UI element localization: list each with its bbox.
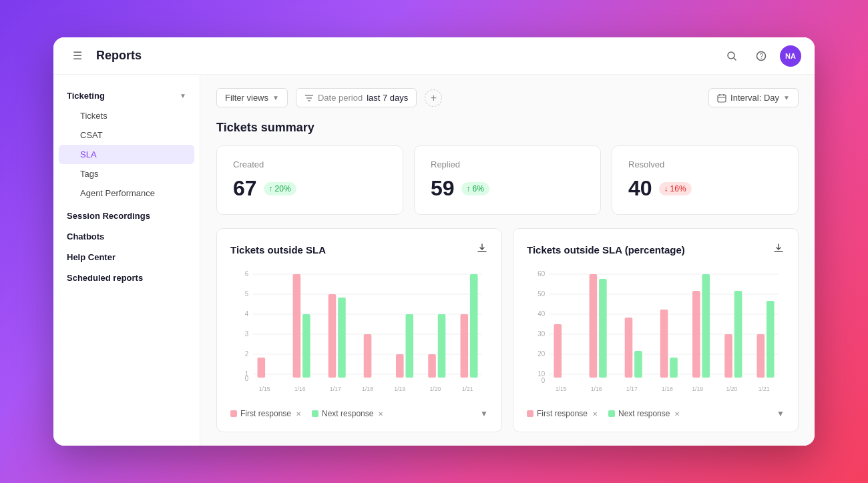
chart-expand-sla-pct[interactable]: ▼ <box>777 409 785 418</box>
interval-button[interactable]: Interval: Day ▼ <box>708 88 799 107</box>
card-replied-value: 59 <box>431 176 455 201</box>
svg-text:1/18: 1/18 <box>662 386 673 392</box>
arrow-up-icon-2: ↑ <box>467 184 471 193</box>
legend-first-label-sla-pct: First response <box>537 409 588 418</box>
card-resolved-value: 40 <box>628 176 652 201</box>
svg-line-1 <box>734 58 736 60</box>
card-created-value-row: 67 ↑ 20% <box>233 176 387 201</box>
card-replied-badge: ↑ 6% <box>461 182 489 195</box>
app-window: ☰ Reports ? NA Ticke <box>53 37 815 446</box>
svg-rect-65 <box>724 334 732 378</box>
svg-text:1/20: 1/20 <box>726 386 737 392</box>
download-icon-sla-pct[interactable] <box>773 242 785 257</box>
svg-rect-33 <box>438 314 446 378</box>
toolbar: Filter views ▼ Date period last 7 days + <box>216 88 799 107</box>
svg-text:1/15: 1/15 <box>556 386 567 392</box>
svg-text:1/16: 1/16 <box>591 386 602 392</box>
svg-text:4: 4 <box>245 310 249 318</box>
sidebar-ticketing-label: Ticketing <box>67 91 105 101</box>
filter-views-label: Filter views <box>225 93 268 103</box>
svg-rect-7 <box>718 95 726 102</box>
legend-next-label-sla: Next response <box>322 409 373 418</box>
legend-item-first-sla: First response ✕ <box>230 409 301 418</box>
svg-text:1/21: 1/21 <box>758 386 770 392</box>
svg-text:1/17: 1/17 <box>330 386 341 392</box>
card-replied-value-row: 59 ↑ 6% <box>431 176 584 201</box>
card-created-badge: ↑ 20% <box>264 182 296 195</box>
legend-first-label-sla: First response <box>240 409 291 418</box>
svg-text:1/15: 1/15 <box>259 386 270 392</box>
card-resolved-badge: ↓ 16% <box>659 182 692 195</box>
legend-item-next-sla-pct: Next response ✕ <box>608 409 680 418</box>
svg-rect-26 <box>302 314 310 378</box>
svg-text:1/18: 1/18 <box>362 386 373 392</box>
svg-rect-35 <box>470 274 478 378</box>
sidebar-item-csat[interactable]: CSAT <box>59 125 194 145</box>
legend-sla: First response ✕ Next response ✕ <box>230 409 383 418</box>
avatar[interactable]: NA <box>780 45 801 67</box>
svg-rect-58 <box>599 279 607 378</box>
add-filter-button[interactable]: + <box>425 89 442 107</box>
svg-rect-57 <box>590 274 598 378</box>
help-icon: ? <box>756 51 767 61</box>
svg-text:1/21: 1/21 <box>462 386 473 392</box>
sidebar-item-tags[interactable]: Tags <box>59 164 194 183</box>
card-resolved-label: Resolved <box>628 159 782 169</box>
sidebar-item-session-recordings[interactable]: Session Recordings <box>53 205 200 226</box>
legend-first-remove-sla[interactable]: ✕ <box>296 410 301 418</box>
chart-expand-sla[interactable]: ▼ <box>480 409 488 418</box>
chart-card-sla-pct: Tickets outside SLA (percentage) <box>513 228 799 432</box>
sidebar-item-scheduled-reports[interactable]: Scheduled reports <box>53 268 200 288</box>
sidebar-item-tickets[interactable]: Tickets <box>59 106 194 125</box>
download-icon-sla[interactable] <box>476 242 488 257</box>
date-period-value: last 7 days <box>367 93 408 103</box>
search-button[interactable] <box>721 45 742 67</box>
sidebar-item-sla[interactable]: SLA <box>59 145 194 164</box>
legend-sla-pct: First response ✕ Next response ✕ <box>527 409 680 418</box>
svg-rect-63 <box>692 291 700 378</box>
sidebar-item-chatbots[interactable]: Chatbots <box>53 226 200 247</box>
svg-rect-66 <box>734 291 742 378</box>
chart-card-sla: Tickets outside SLA <box>216 228 502 432</box>
svg-text:1/20: 1/20 <box>429 386 441 392</box>
summary-card-created: Created 67 ↑ 20% <box>216 145 403 215</box>
sidebar-section-ticketing: Ticketing ▼ Tickets CSAT SLA Tags Agent … <box>53 85 200 203</box>
calendar-icon <box>717 93 726 103</box>
filter-chevron-icon: ▼ <box>272 94 279 101</box>
svg-rect-64 <box>702 274 710 378</box>
svg-text:50: 50 <box>537 290 545 298</box>
chart-footer-sla: First response ✕ Next response ✕ ▼ <box>230 409 488 418</box>
svg-text:0: 0 <box>541 377 546 384</box>
legend-next-remove-sla[interactable]: ✕ <box>378 410 383 418</box>
legend-next-label-sla-pct: Next response <box>618 409 670 418</box>
menu-button[interactable]: ☰ <box>67 45 88 67</box>
svg-rect-61 <box>660 310 668 378</box>
help-button[interactable]: ? <box>750 45 772 67</box>
svg-rect-25 <box>293 274 301 378</box>
svg-rect-24 <box>258 358 266 378</box>
svg-text:1/16: 1/16 <box>294 386 306 392</box>
filter-icon <box>304 93 314 103</box>
legend-next-remove-sla-pct[interactable]: ✕ <box>674 410 680 418</box>
svg-text:40: 40 <box>537 310 545 318</box>
chart-title-sla: Tickets outside SLA <box>230 244 326 256</box>
date-period-label: Date period <box>318 93 363 103</box>
sidebar-section-ticketing-header[interactable]: Ticketing ▼ <box>53 85 200 106</box>
svg-rect-28 <box>338 298 346 378</box>
svg-rect-56 <box>554 324 562 378</box>
page-title-header: Reports <box>96 49 142 63</box>
svg-rect-30 <box>396 354 404 378</box>
svg-text:1/17: 1/17 <box>626 386 638 392</box>
date-period-filter[interactable]: Date period last 7 days <box>296 88 417 107</box>
sidebar-item-agent-performance[interactable]: Agent Performance <box>59 183 194 203</box>
sidebar-item-help-center[interactable]: Help Center <box>53 247 200 268</box>
svg-text:1/19: 1/19 <box>394 386 405 392</box>
svg-text:?: ? <box>760 53 764 60</box>
filter-views-button[interactable]: Filter views ▼ <box>216 88 288 107</box>
svg-rect-67 <box>757 334 765 378</box>
main-layout: Ticketing ▼ Tickets CSAT SLA Tags Agent … <box>53 75 815 446</box>
arrow-up-icon: ↑ <box>269 184 273 193</box>
svg-rect-62 <box>670 358 678 378</box>
summary-card-replied: Replied 59 ↑ 6% <box>414 145 601 215</box>
legend-first-remove-sla-pct[interactable]: ✕ <box>592 410 598 418</box>
